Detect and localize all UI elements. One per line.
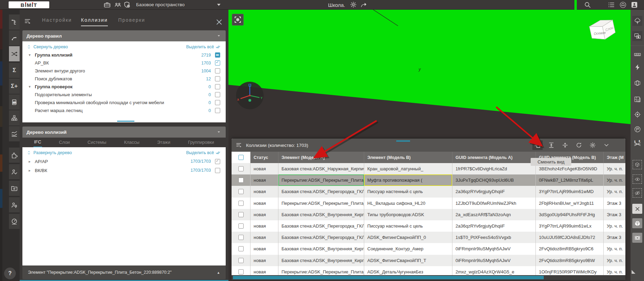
guid-a-cell[interactable]: 0iFRmpnIr9IuSMyqh5AJwV: [452, 243, 536, 254]
shaded-view-button[interactable]: [632, 218, 642, 228]
guid-b-cell[interactable]: 3YgP7trrLAjR99uim61wMD: [536, 186, 604, 197]
column-header[interactable]: Элемент (Модель B): [364, 152, 452, 163]
totals-button[interactable]: Σ: [9, 63, 20, 78]
checkbox-empty[interactable]: [238, 258, 244, 263]
rules-tree-item[interactable]: ▾Группа проверок0: [22, 83, 226, 91]
tab-checks[interactable]: Проверки: [118, 17, 145, 26]
notifications-bell-icon[interactable]: [619, 1, 627, 9]
collisions-tree-tab-Классы[interactable]: Классы: [123, 138, 140, 147]
panel-resize-handle[interactable]: [117, 121, 134, 122]
panel-close-icon[interactable]: [215, 18, 223, 26]
floor-cell[interactable]: Этаж 3: [604, 198, 625, 209]
collisions-tree-item[interactable]: ▸АР/АР1703/1703: [22, 157, 226, 166]
column-header[interactable]: Элемент (Модель A): [278, 152, 364, 163]
expand-up-caret-icon[interactable]: ▲: [217, 271, 220, 274]
horizontal-scrollbar[interactable]: [232, 275, 625, 280]
orbit-view-button[interactable]: [632, 233, 642, 243]
element-a-cell[interactable]: Базовая стена:ADSK_Перегородка_ГКЛВ_: [278, 220, 364, 232]
show-element-button[interactable]: [632, 174, 642, 184]
rules-tree-item[interactable]: АР_ВК1703: [22, 59, 226, 67]
guid-a-cell[interactable]: 0iFRmpnIr9IuSMyqh5AJwV: [452, 255, 536, 266]
collisions-tree-tab-Группировки[interactable]: Группировки: [187, 138, 215, 147]
checkbox-chk[interactable]: [215, 60, 220, 66]
share-icon[interactable]: [360, 1, 368, 9]
charts-button[interactable]: [9, 126, 20, 141]
guid-a-cell[interactable]: 2a36qzRYv6rgjutyDhqiiF: [452, 220, 536, 232]
rules-tree-item[interactable]: Подозрительные элементы0: [22, 91, 226, 99]
tab-settings[interactable]: Настройки: [42, 17, 72, 26]
element-b-cell[interactable]: ADSK_ФитингСварнойПП_0: [364, 232, 452, 243]
collisions-button[interactable]: [9, 46, 20, 61]
collisions-tree-tab-IFC[interactable]: IFC: [33, 138, 42, 147]
element-b-cell[interactable]: Писсуар настенный с цель: [364, 186, 452, 197]
checkbox-empty[interactable]: [238, 155, 244, 160]
dashboard-gauge-button[interactable]: [9, 214, 20, 229]
table-row[interactable]: новаяБазовая стена:ADSK_Перегородка_ГКЛВ…: [232, 186, 625, 197]
element-a-cell[interactable]: Базовая стена:ADSK_Перегородка_ГКЛВ_: [278, 232, 364, 243]
element-a-cell[interactable]: Базовая стена:ADSK_Внутренняя_Кирпич: [278, 255, 364, 266]
checkbox-empty[interactable]: [215, 100, 220, 105]
import-folder-button[interactable]: [9, 181, 20, 196]
floor-cell[interactable]: Этаж 3: [604, 232, 625, 243]
checkbox-empty[interactable]: [238, 212, 244, 217]
collapse-tree-link[interactable]: Свернуть дерево: [33, 44, 68, 49]
floor-cell[interactable]: Ур. ч. п.: [604, 220, 625, 232]
element-b-cell[interactable]: Соединение_Контур_Амер: [364, 243, 452, 254]
rules-tree-item[interactable]: Расчет марша лестниц0: [22, 107, 226, 114]
guid-a-cell[interactable]: 3JuPxTgqDCHQ93vpUcl6UB: [452, 174, 536, 186]
guid-a-cell[interactable]: 1s$T0_PtXFeesS4oSVvgxb: [452, 232, 536, 243]
guid-b-cell[interactable]: 10uUJU59fCJOA8sEJDfo72: [536, 232, 604, 243]
row-height-button[interactable]: [546, 140, 556, 150]
checkbox-empty[interactable]: [238, 223, 244, 229]
shield-history-icon[interactable]: [123, 1, 131, 9]
status-cell[interactable]: новая: [251, 209, 278, 220]
selected-element-bar[interactable]: Элемент "Перекрытие:ADSK_Перекрытие_Плит…: [22, 265, 226, 279]
project-settings-gear-icon[interactable]: [350, 1, 357, 9]
rules-tree-item[interactable]: ▾Группа коллизий2719: [22, 51, 226, 59]
view-cube[interactable]: Осевая Слои: [582, 11, 623, 47]
checkbox-empty[interactable]: [215, 92, 220, 97]
status-cell[interactable]: новая: [251, 243, 278, 254]
floor-cell[interactable]: Ур. ч. п.: [604, 163, 625, 174]
hide-element-button[interactable]: [632, 188, 642, 198]
collapsed-caret-icon[interactable]: ▸: [26, 168, 33, 173]
account-icon[interactable]: [631, 1, 638, 9]
status-cell[interactable]: новая: [251, 198, 278, 209]
resize-corner-handle[interactable]: [632, 270, 635, 274]
table-row[interactable]: новаяБазовая стена:ADSK_Перегородка_ГКЛВ…: [232, 232, 625, 243]
capture-view-button[interactable]: [232, 14, 244, 26]
rules-tree-item[interactable]: Проверка минимальной свободной площади с…: [22, 99, 226, 107]
table-menu-icon[interactable]: [236, 142, 243, 149]
guid-b-cell[interactable]: 2FbjlRHxnBUwr_wYJngb11: [536, 198, 604, 209]
collisions-tree-tab-Слои[interactable]: Слои: [58, 138, 71, 147]
collisions-tree-tab-Этажи[interactable]: Этажи: [156, 138, 171, 147]
guid-a-cell[interactable]: 2a_xdEaszARf$TaN3zoAqn: [452, 209, 536, 220]
user-approvals-button[interactable]: [9, 164, 20, 179]
collapse-tree-icon[interactable]: [27, 44, 31, 49]
expand-tree-icon[interactable]: [27, 150, 31, 155]
model-tree-button[interactable]: [9, 14, 20, 30]
table-settings-gear-icon[interactable]: [587, 140, 598, 150]
element-b-cell[interactable]: HL_Вкладыш сифона_HL20: [364, 198, 452, 209]
collision-pair-button[interactable]: 12: [632, 139, 642, 149]
guid-a-cell[interactable]: 1ZJbOT9uD0fwRUmNwZJPkh: [452, 198, 536, 209]
checkbox-empty[interactable]: [238, 189, 244, 194]
status-cell[interactable]: новая: [251, 255, 278, 266]
select-all-link[interactable]: Выделить всё: [186, 150, 214, 155]
collapse-section-caret-icon[interactable]: [216, 129, 222, 135]
expand-tree-link[interactable]: Развернуть дерево: [33, 150, 72, 155]
drawings-2d-button[interactable]: 2D: [9, 94, 20, 110]
checkbox-chkg[interactable]: [215, 159, 220, 164]
guid-b-cell[interactable]: 2FvQtidoz8mRB5gkryo9BW: [536, 255, 604, 266]
section-box-button[interactable]: [632, 78, 642, 88]
table-row[interactable]: новаяБазовая стена:ADSK_Внутренняя_Кирпи…: [232, 255, 625, 266]
column-header[interactable]: GUID элемента (Модель A): [452, 152, 536, 163]
checkbox-ind[interactable]: [215, 52, 220, 58]
element-b-cell[interactable]: ADSK_ФитингСварнойПП_Т: [364, 255, 452, 266]
table-row[interactable]: новаяБазовая стена:ADSK_Внутренняя_Кирпи…: [232, 243, 625, 254]
table-row[interactable]: новаяПерекрытие:ADSK_Перекрытие_Плита_Бе…: [232, 198, 625, 209]
floor-cell[interactable]: Этаж 3: [604, 209, 625, 220]
table-resize-handle[interactable]: [396, 140, 410, 142]
user-location-button[interactable]: [9, 197, 20, 212]
element-b-cell[interactable]: Кран_шаровой_латунный_: [364, 163, 452, 174]
